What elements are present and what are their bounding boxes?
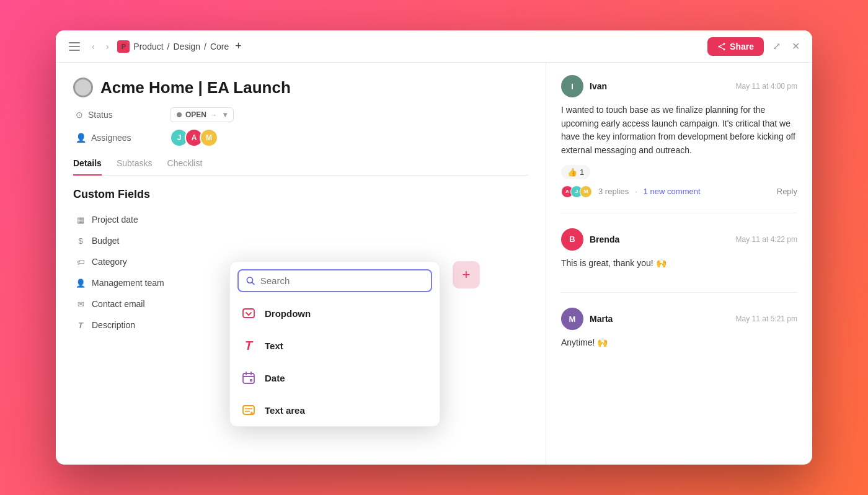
dropdown-item-text[interactable]: T Text (230, 329, 440, 362)
comment-brenda-body: This is great, thank you! 🙌 (561, 257, 797, 270)
assignees-row: 👤 Assignees J A M (73, 128, 528, 147)
breadcrumb-product[interactable]: Product (133, 42, 163, 51)
replies-count: 3 replies (598, 187, 629, 196)
breadcrumb-sep2: / (204, 42, 206, 51)
comment-marta: M Marta May 11 at 5:21 pm Anytime! 🙌 (561, 308, 797, 372)
svg-line-9 (252, 282, 254, 284)
brand-icon: P (117, 40, 130, 53)
sidebar-toggle-button[interactable] (66, 38, 83, 55)
field-label-contact-email: Contact email (92, 299, 145, 309)
comment-ivan-body: I wanted to touch base as we finalize pl… (561, 104, 797, 158)
svg-point-5 (724, 48, 725, 50)
add-field-button[interactable]: + (453, 261, 480, 288)
field-label-project-date: Project date (92, 215, 138, 225)
comment-marta-author: Marta (590, 314, 730, 324)
status-row: ⊙ Status OPEN → ▾ (73, 107, 528, 122)
textarea-item-label: Text area (265, 405, 305, 416)
reply-avatars: A J M (561, 185, 592, 198)
comment-ivan-reactions: 👍 1 (561, 165, 797, 179)
status-dropdown-icon: ▾ (223, 110, 227, 119)
breadcrumb-design[interactable]: Design (173, 42, 200, 51)
tab-checklist[interactable]: Checklist (167, 153, 203, 176)
comment-brenda: B Brenda May 11 at 4:22 pm This is great… (561, 228, 797, 293)
titlebar-left: ‹ › P Product / Design / Core + (66, 38, 242, 55)
assignees-icon: 👤 (76, 133, 86, 143)
svg-rect-10 (243, 309, 254, 318)
page-title: Acme Home | EA Launch (100, 78, 291, 97)
avatar-3[interactable]: M (200, 128, 218, 147)
svg-point-3 (724, 43, 725, 45)
comment-brenda-header: B Brenda May 11 at 4:22 pm (561, 228, 797, 251)
add-tab-button[interactable]: + (235, 40, 242, 53)
comment-brenda-meta: Brenda (590, 234, 730, 244)
comment-ivan-author: Ivan (590, 81, 730, 91)
field-icon-description: T (76, 321, 86, 330)
comment-marta-time: May 11 at 5:21 pm (736, 314, 797, 323)
dropdown-item-textarea[interactable]: Text area (230, 394, 440, 426)
thumbs-up-emoji: 👍 (567, 167, 577, 177)
status-dot (177, 112, 182, 117)
field-icon-category: 🏷 (76, 257, 86, 267)
field-icon-contact-email: ✉ (76, 300, 86, 309)
share-button[interactable]: Share (707, 37, 764, 56)
text-item-label: Text (265, 341, 283, 351)
comment-ivan-replies: A J M 3 replies · 1 new comment Reply (561, 185, 797, 198)
dropdown-item-label: Dropdown (265, 308, 311, 319)
field-label-description: Description (92, 320, 135, 330)
date-type-icon (240, 369, 257, 386)
svg-line-7 (720, 47, 724, 48)
page-header: Acme Home | EA Launch (73, 78, 528, 97)
thumbs-up-reaction[interactable]: 👍 1 (561, 165, 590, 179)
dropdown-type-icon (240, 305, 257, 322)
date-item-label: Date (265, 373, 285, 383)
comment-ivan: I Ivan May 11 at 4:00 pm I wanted to tou… (561, 75, 797, 213)
nav-back-button[interactable]: ‹ (89, 39, 97, 54)
comment-brenda-time: May 11 at 4:22 pm (736, 235, 797, 244)
status-label: ⊙ Status (76, 110, 162, 120)
dropdown-item-dropdown[interactable]: Dropdown (230, 297, 440, 329)
custom-fields-title: Custom Fields (73, 188, 528, 201)
svg-rect-0 (69, 42, 80, 43)
titlebar: ‹ › P Product / Design / Core + (56, 30, 812, 63)
tab-details[interactable]: Details (73, 153, 102, 176)
field-label-category: Category (92, 257, 127, 267)
svg-point-4 (719, 45, 720, 47)
breadcrumb-core[interactable]: Core (210, 42, 229, 51)
svg-line-6 (720, 44, 724, 46)
textarea-type-icon (240, 401, 257, 419)
tab-subtasks[interactable]: Subtasks (117, 153, 153, 176)
status-badge[interactable]: OPEN → ▾ (170, 107, 234, 122)
status-arrow: → (210, 111, 217, 118)
svg-rect-15 (250, 379, 252, 381)
field-icon-management-team: 👤 (76, 279, 86, 288)
comment-marta-meta: Marta (590, 314, 730, 324)
breadcrumb: P Product / Design / Core + (117, 40, 242, 53)
app-window: ‹ › P Product / Design / Core + (56, 30, 812, 465)
svg-rect-11 (243, 373, 254, 383)
field-search-input[interactable] (260, 275, 423, 286)
dropdown-item-date[interactable]: Date (230, 362, 440, 394)
left-panel: Acme Home | EA Launch ⊙ Status OPEN → ▾ (56, 63, 546, 465)
breadcrumb-sep1: / (167, 42, 170, 51)
field-icon-budget: $ (76, 236, 86, 246)
close-button[interactable]: ✕ (789, 38, 802, 55)
field-icon-project-date: ▦ (76, 215, 86, 225)
field-picker-panel: Dropdown T Text (229, 261, 440, 427)
comment-ivan-time: May 11 at 4:00 pm (736, 82, 797, 91)
comment-brenda-avatar: B (561, 228, 583, 251)
assignees-label: 👤 Assignees (76, 133, 162, 143)
share-icon (717, 42, 726, 51)
main-content: Acme Home | EA Launch ⊙ Status OPEN → ▾ (56, 63, 812, 465)
comment-ivan-header: I Ivan May 11 at 4:00 pm (561, 75, 797, 97)
field-label-budget: Budget (92, 236, 119, 246)
search-icon (246, 276, 255, 286)
fullscreen-button[interactable]: ⤢ (770, 38, 783, 55)
page-icon (73, 78, 93, 97)
search-bar-wrapper (237, 269, 432, 292)
thumbs-up-count: 1 (580, 167, 584, 177)
comment-marta-body: Anytime! 🙌 (561, 336, 797, 350)
nav-forward-button[interactable]: › (104, 39, 112, 54)
reply-button-ivan[interactable]: Reply (777, 187, 797, 196)
tabs: Details Subtasks Checklist (73, 153, 528, 176)
new-comment-badge[interactable]: 1 new comment (644, 187, 701, 196)
